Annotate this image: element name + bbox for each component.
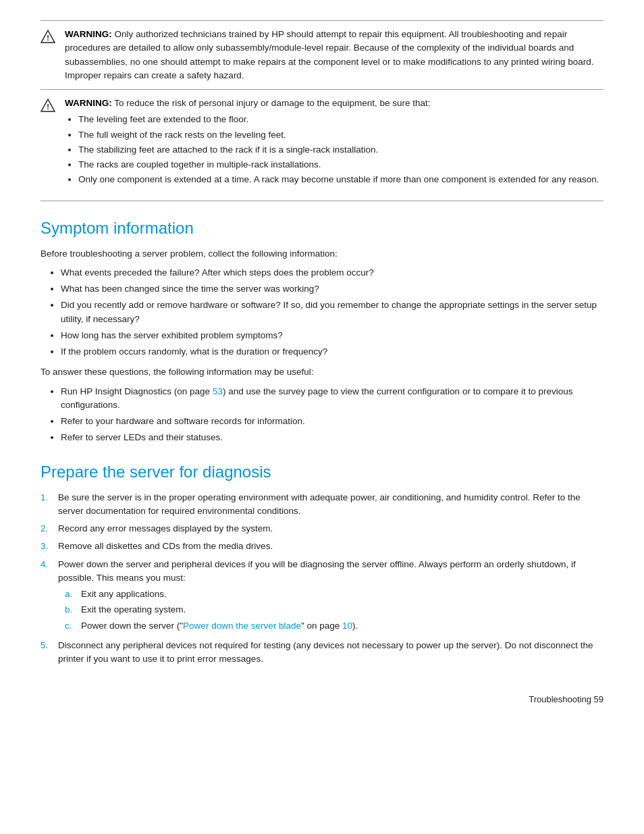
symptom-question-item: If the problem occurs randomly, what is … (61, 345, 603, 359)
warning-1-content: WARNING: Only authorized technicians tra… (65, 28, 603, 82)
warning-2-bullet-item: The racks are coupled together in multip… (78, 158, 603, 172)
step-content: Be sure the server is in the proper oper… (58, 491, 603, 519)
footer-text: Troubleshooting 59 (529, 693, 603, 706)
prepare-step: 4.Power down the server and peripheral d… (41, 558, 603, 635)
warning-icon-2: ! (41, 98, 55, 113)
warning-block-1: ! WARNING: Only authorized technicians t… (41, 21, 603, 90)
symptom-answer-item: Refer to server LEDs and their statuses. (61, 431, 603, 444)
prepare-steps: 1.Be sure the server is in the proper op… (41, 491, 603, 667)
step-number: 5. (41, 639, 53, 667)
warning-2-bullet-item: The full weight of the rack rests on the… (78, 128, 603, 142)
substep-label: a. (65, 588, 76, 601)
answers-intro: To answer these questions, the following… (41, 365, 603, 379)
page-footer: Troubleshooting 59 (41, 686, 603, 706)
prepare-step: 1.Be sure the server is in the proper op… (41, 491, 603, 519)
page-10-link[interactable]: 10 (342, 621, 352, 631)
symptom-questions-list: What events preceded the failure? After … (61, 266, 603, 359)
prepare-step: 3.Remove all diskettes and CDs from the … (41, 540, 603, 553)
substep-label: c. (65, 619, 76, 633)
step-number: 3. (41, 540, 53, 553)
symptom-intro: Before troubleshooting a server problem,… (41, 247, 603, 261)
symptom-question-item: What events preceded the failure? After … (61, 266, 603, 280)
substeps-container: a.Exit any applications.b.Exit the opera… (65, 588, 603, 633)
warning-1-label: WARNING: (65, 29, 112, 39)
step-number: 2. (41, 522, 53, 536)
warning-2-bullet-item: Only one component is extended at a time… (78, 173, 603, 186)
substep-item: c.Power down the server ("Power down the… (65, 619, 603, 633)
warning-2-bullet-item: The stabilizing feet are attached to the… (78, 143, 603, 157)
symptom-question-item: Did you recently add or remove hardware … (61, 298, 603, 326)
svg-text:!: ! (47, 34, 49, 42)
power-down-link[interactable]: Power down the server blade (183, 621, 301, 631)
step-number: 4. (41, 558, 53, 635)
step-content: Record any error messages displayed by t… (58, 522, 603, 536)
substep-item: b.Exit the operating system. (65, 603, 603, 617)
warning-block-2: ! WARNING: To reduce the risk of persona… (41, 90, 603, 201)
step-content: Disconnect any peripheral devices not re… (58, 639, 603, 667)
prepare-heading: Prepare the server for diagnosis (41, 460, 603, 484)
symptom-heading: Symptom information (41, 216, 603, 240)
substep-content: Exit any applications. (81, 588, 167, 601)
substep-content: Power down the server ("Power down the s… (81, 619, 358, 633)
warning-icon-1: ! (41, 29, 55, 44)
step-content: Power down the server and peripheral dev… (58, 558, 603, 635)
symptom-answer-item: Run HP Insight Diagnostics (on page 53) … (61, 385, 603, 413)
symptom-answer-item: Refer to your hardware and software reco… (61, 415, 603, 428)
warning-2-label: WARNING: (65, 98, 112, 108)
step-content: Remove all diskettes and CDs from the me… (58, 540, 603, 553)
symptom-answers-list: Run HP Insight Diagnostics (on page 53) … (61, 385, 603, 445)
prepare-step: 5.Disconnect any peripheral devices not … (41, 639, 603, 667)
prepare-step: 2.Record any error messages displayed by… (41, 522, 603, 536)
warning-2-bullet-item: The leveling feet are extended to the fl… (78, 113, 603, 126)
warning-2-content: WARNING: To reduce the risk of personal … (65, 97, 603, 194)
svg-text:!: ! (47, 103, 49, 111)
insight-diagnostics-link[interactable]: 53 (213, 386, 223, 396)
warning-1-text: Only authorized technicians trained by H… (65, 29, 593, 80)
substep-label: b. (65, 603, 76, 617)
warning-2-text: To reduce the risk of personal injury or… (112, 98, 431, 108)
symptom-question-item: What has been changed since the time the… (61, 282, 603, 296)
substep-content: Exit the operating system. (81, 603, 186, 617)
warning-2-bullets: The leveling feet are extended to the fl… (78, 113, 603, 186)
symptom-question-item: How long has the server exhibited proble… (61, 329, 603, 342)
step-number: 1. (41, 491, 53, 519)
substep-item: a.Exit any applications. (65, 588, 603, 601)
